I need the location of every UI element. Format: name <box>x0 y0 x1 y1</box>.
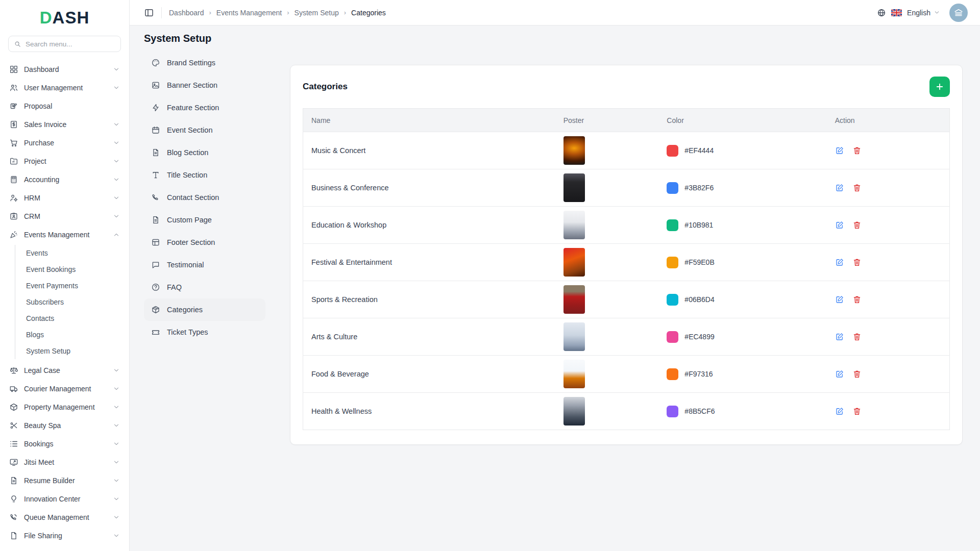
setup-item-feature-section[interactable]: Feature Section <box>144 96 265 119</box>
chevron-down-icon <box>113 422 120 429</box>
breadcrumb-separator: › <box>209 9 211 16</box>
language-selector[interactable]: English <box>907 9 940 17</box>
sidebar-item-label: Jitsi Meet <box>24 458 107 466</box>
delete-button[interactable] <box>852 295 862 304</box>
setup-item-custom-page[interactable]: Custom Page <box>144 209 265 231</box>
sidebar-subitem-event-bookings[interactable]: Event Bookings <box>15 261 125 278</box>
sidebar-item-file-sharing[interactable]: File Sharing <box>4 527 125 545</box>
sidebar-item-queue-management[interactable]: Queue Management <box>4 508 125 527</box>
setup-item-footer-section[interactable]: Footer Section <box>144 231 265 254</box>
edit-button[interactable] <box>835 258 844 267</box>
delete-button[interactable] <box>852 220 862 230</box>
sidebar-item-resume-builder[interactable]: Resume Builder <box>4 471 125 490</box>
trash-icon <box>852 183 862 192</box>
setup-item-blog-section[interactable]: Blog Section <box>144 141 265 164</box>
sidebar-item-accounting[interactable]: Accounting <box>4 170 125 189</box>
sidebar-item-legal-case[interactable]: Legal Case <box>4 361 125 380</box>
edit-button[interactable] <box>835 183 844 192</box>
edit-button[interactable] <box>835 295 844 304</box>
sidebar-item-project[interactable]: Project <box>4 152 125 170</box>
sidebar-subitem-event-payments[interactable]: Event Payments <box>15 278 125 294</box>
chevron-down-icon <box>113 459 120 466</box>
table-row: Arts & Culture #EC4899 <box>303 318 950 356</box>
sidebar-subitem-contacts[interactable]: Contacts <box>15 310 125 327</box>
user-avatar[interactable] <box>949 4 968 22</box>
setup-item-ticket-types[interactable]: Ticket Types <box>144 321 265 343</box>
delete-button[interactable] <box>852 407 862 416</box>
setup-item-categories[interactable]: Categories <box>144 298 265 321</box>
main-area: Dashboard › Events Management › System S… <box>130 0 980 551</box>
edit-button[interactable] <box>835 332 844 341</box>
sidebar-item-proposal[interactable]: Proposal <box>4 97 125 115</box>
chevron-down-icon <box>113 213 120 220</box>
delete-button[interactable] <box>852 146 862 155</box>
sidebar-item-beauty-spa[interactable]: Beauty Spa <box>4 416 125 435</box>
edit-button[interactable] <box>835 407 844 416</box>
topbar-divider <box>161 7 162 18</box>
sidebar-item-hrm[interactable]: HRM <box>4 189 125 207</box>
sidebar-item-innovation-center[interactable]: Innovation Center <box>4 490 125 508</box>
setup-item-faq[interactable]: FAQ <box>144 276 265 298</box>
setup-item-brand-settings[interactable]: Brand Settings <box>144 52 265 74</box>
table-header-row: Name Poster Color Action <box>303 109 950 132</box>
setup-item-title-section[interactable]: Title Section <box>144 164 265 186</box>
setup-item-label: Footer Section <box>167 238 215 246</box>
proposal-icon <box>9 102 18 111</box>
panel-toggle-icon <box>144 8 154 18</box>
sidebar-item-property-management[interactable]: Property Management <box>4 398 125 416</box>
delete-button[interactable] <box>852 332 862 341</box>
chevron-down-icon <box>113 158 120 165</box>
poster-image <box>564 136 585 165</box>
chevron-down-icon <box>113 66 120 73</box>
sidebar-item-label: Proposal <box>24 102 120 110</box>
sidebar-item-dashboard[interactable]: Dashboard <box>4 60 125 79</box>
sidebar-item-events-management[interactable]: Events Management <box>4 226 125 244</box>
setup-item-event-section[interactable]: Event Section <box>144 119 265 141</box>
setup-item-contact-section[interactable]: Contact Section <box>144 186 265 209</box>
image-icon <box>151 81 160 90</box>
file-text-icon <box>151 148 160 157</box>
sidebar-item-label: Queue Management <box>24 513 107 521</box>
sidebar-toggle-button[interactable] <box>144 8 154 18</box>
sidebar-item-label: Events Management <box>24 231 107 239</box>
poster-image <box>564 322 585 351</box>
setup-item-banner-section[interactable]: Banner Section <box>144 74 265 96</box>
sidebar-item-courier-management[interactable]: Courier Management <box>4 380 125 398</box>
edit-button[interactable] <box>835 220 844 230</box>
sidebar-item-label: Property Management <box>24 403 107 411</box>
sidebar-item-user-management[interactable]: User Management <box>4 79 125 97</box>
bulb-icon <box>9 494 18 504</box>
sidebar-search[interactable] <box>8 36 121 52</box>
setup-item-testimonial[interactable]: Testimonial <box>144 254 265 276</box>
sidebar-item-bookings[interactable]: Bookings <box>4 435 125 453</box>
system-setup-menu: Brand Settings Banner Section Feature Se… <box>144 52 265 343</box>
uk-flag-icon <box>891 9 902 16</box>
delete-button[interactable] <box>852 183 862 192</box>
setup-item-label: Feature Section <box>167 104 219 112</box>
list-icon <box>9 439 18 448</box>
sidebar-subitem-blogs[interactable]: Blogs <box>15 327 125 343</box>
chevron-down-icon <box>113 477 120 484</box>
search-input[interactable] <box>26 40 115 48</box>
column-header-action: Action <box>827 109 950 132</box>
color-hex: #10B981 <box>684 221 713 229</box>
sidebar-item-label: Project <box>24 157 107 165</box>
sidebar-item-jitsi-meet[interactable]: Jitsi Meet <box>4 453 125 471</box>
delete-button[interactable] <box>852 369 862 379</box>
sidebar-item-sales-invoice[interactable]: Sales Invoice <box>4 115 125 134</box>
edit-button[interactable] <box>835 369 844 379</box>
breadcrumb-system-setup[interactable]: System Setup <box>295 9 339 17</box>
sidebar-item-purchase[interactable]: Purchase <box>4 134 125 152</box>
breadcrumb-events-management[interactable]: Events Management <box>216 9 282 17</box>
edit-button[interactable] <box>835 146 844 155</box>
add-category-button[interactable] <box>929 77 950 97</box>
ticket-icon <box>151 328 160 337</box>
delete-button[interactable] <box>852 258 862 267</box>
chevron-down-icon <box>113 532 120 539</box>
sidebar-item-crm[interactable]: CRM <box>4 207 125 226</box>
sidebar-subitem-system-setup[interactable]: System Setup <box>15 343 125 359</box>
breadcrumb-dashboard[interactable]: Dashboard <box>169 9 204 17</box>
sidebar-subitem-subscribers[interactable]: Subscribers <box>15 294 125 310</box>
trash-icon <box>852 295 862 304</box>
sidebar-subitem-events[interactable]: Events <box>15 245 125 261</box>
